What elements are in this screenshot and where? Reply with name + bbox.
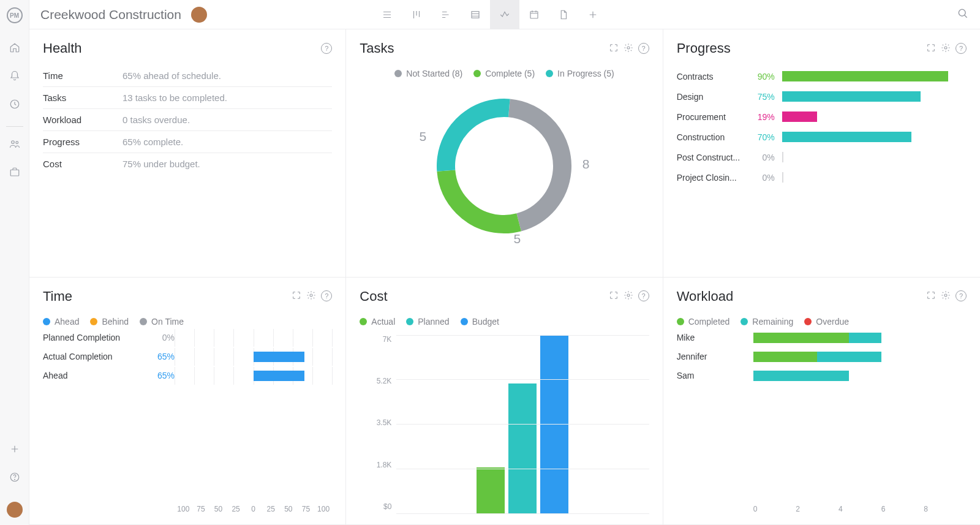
donut-value-not-started: 8 — [582, 157, 590, 172]
progress-fill — [782, 132, 911, 142]
legend-item: Planned — [406, 317, 449, 327]
expand-icon[interactable] — [609, 43, 619, 55]
time-percent: 65% — [144, 371, 175, 380]
project-avatar[interactable] — [191, 7, 207, 23]
donut-value-in-progress: 5 — [419, 129, 426, 144]
health-label: Time — [43, 70, 123, 81]
expand-icon[interactable] — [609, 290, 619, 302]
legend-dot — [140, 318, 147, 325]
legend-item: Completed — [677, 317, 730, 327]
axis-tick: 7K — [360, 335, 396, 344]
svg-point-5 — [14, 479, 15, 480]
help-icon[interactable]: ? — [956, 43, 967, 54]
axis-tick: 0 — [753, 505, 796, 513]
expand-icon[interactable] — [292, 290, 301, 302]
gear-icon[interactable] — [306, 290, 316, 302]
help-icon[interactable]: ? — [638, 43, 649, 54]
progress-row: Project Closin...0% — [677, 172, 967, 183]
workload-segment — [849, 333, 881, 343]
bell-icon[interactable] — [6, 67, 23, 85]
tasks-donut: 8 5 5 — [428, 89, 581, 243]
progress-percent: 75% — [750, 92, 775, 102]
time-bar — [175, 352, 332, 362]
expand-icon[interactable] — [926, 290, 936, 302]
time-bar — [175, 333, 332, 343]
calendar-view-tab[interactable] — [519, 0, 549, 29]
progress-fill — [782, 91, 921, 102]
list-view-tab[interactable] — [372, 0, 402, 29]
table-view-tab[interactable] — [461, 0, 490, 29]
health-value: 65% ahead of schedule. — [123, 70, 221, 81]
legend-item: Ahead — [43, 317, 79, 327]
time-bar-fill — [254, 371, 305, 381]
user-avatar[interactable] — [7, 502, 23, 518]
home-icon[interactable] — [6, 39, 23, 56]
legend-dot — [394, 70, 402, 77]
card-title-health: Health — [43, 40, 82, 56]
workload-legend: CompletedRemainingOverdue — [677, 317, 967, 327]
legend-label: Budget — [472, 317, 499, 327]
progress-row: Post Construct...0% — [677, 152, 967, 162]
progress-bar — [782, 71, 967, 81]
help-icon[interactable]: ? — [321, 290, 332, 301]
progress-bar — [782, 111, 967, 122]
workload-segment — [753, 352, 817, 362]
progress-label: Contracts — [677, 72, 743, 81]
progress-row: Procurement19% — [677, 111, 967, 122]
progress-bar — [782, 91, 967, 102]
health-row: Tasks13 tasks to be completed. — [43, 87, 332, 109]
workload-label: Jennifer — [677, 352, 753, 361]
dashboard-view-tab[interactable] — [490, 0, 519, 29]
svg-rect-7 — [530, 11, 538, 18]
board-view-tab[interactable] — [402, 0, 431, 29]
legend-dot — [473, 70, 481, 77]
add-icon[interactable] — [6, 440, 23, 458]
app-logo[interactable]: PM — [7, 7, 23, 23]
help-icon[interactable]: ? — [321, 43, 332, 54]
gear-icon[interactable] — [624, 290, 633, 302]
progress-percent: 70% — [750, 132, 775, 142]
gear-icon[interactable] — [941, 43, 951, 55]
people-icon[interactable] — [6, 135, 23, 153]
progress-percent: 19% — [750, 112, 775, 122]
time-bar — [175, 371, 332, 381]
help-icon[interactable]: ? — [956, 290, 967, 301]
legend-dot — [360, 318, 367, 325]
time-card: Time ? AheadBehindOn Time Planned Comple… — [29, 278, 346, 526]
progress-card: Progress ? Contracts90%Design75%Procurem… — [663, 29, 980, 278]
expand-icon[interactable] — [926, 43, 936, 55]
legend-dot — [741, 318, 748, 325]
health-value: 0 tasks overdue. — [123, 115, 190, 125]
tasks-card: Tasks ? Not Started (8)Complete (5)In Pr… — [346, 29, 663, 278]
help-icon[interactable]: ? — [638, 290, 649, 301]
legend-item: Behind — [90, 317, 129, 327]
progress-percent: 90% — [750, 72, 775, 81]
progress-bar — [782, 172, 967, 183]
axis-tick: 0 — [244, 505, 262, 513]
add-view-tab[interactable] — [578, 0, 608, 29]
search-icon[interactable] — [957, 7, 969, 21]
help-icon[interactable] — [6, 469, 23, 486]
legend-item: Budget — [461, 317, 499, 327]
topbar: Creekwood Construction — [29, 0, 980, 29]
clock-icon[interactable] — [6, 96, 23, 113]
health-label: Tasks — [43, 93, 123, 103]
gear-icon[interactable] — [624, 43, 633, 55]
axis-tick: 25 — [262, 505, 280, 513]
gear-icon[interactable] — [941, 290, 951, 302]
briefcase-icon[interactable] — [6, 164, 23, 181]
gantt-view-tab[interactable] — [431, 0, 461, 29]
health-row: Cost75% under budget. — [43, 153, 332, 175]
sidebar-divider — [6, 126, 23, 127]
progress-percent: 0% — [750, 173, 775, 183]
legend-dot — [43, 318, 50, 325]
workload-label: Mike — [677, 333, 753, 342]
svg-point-13 — [944, 47, 947, 49]
files-view-tab[interactable] — [549, 0, 578, 29]
legend-label: Complete (5) — [485, 69, 535, 78]
axis-tick: 100 — [175, 505, 192, 513]
cost-card: Cost ? ActualPlannedBudget 7K5.2K3.5K1.8… — [346, 278, 663, 526]
health-value: 75% under budget. — [123, 159, 200, 169]
health-card: Health ? Time65% ahead of schedule.Tasks… — [29, 29, 346, 278]
card-title-workload: Workload — [677, 289, 734, 304]
